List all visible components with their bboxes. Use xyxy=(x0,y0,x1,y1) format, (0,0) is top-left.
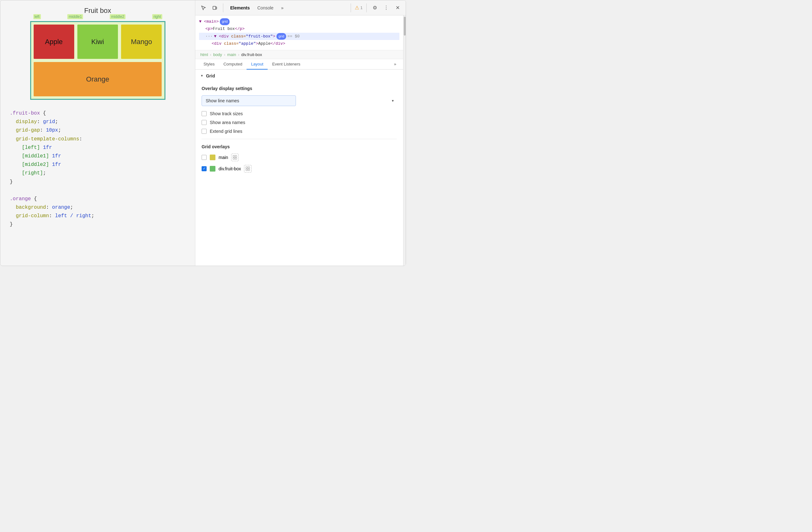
section-arrow: ▼ xyxy=(200,74,203,78)
devtools-toolbar: Elements Console » ⚠ 1 ⚙ ⋮ ✕ xyxy=(195,0,406,15)
svg-rect-8 xyxy=(246,169,247,171)
panel-inner: ▼ <main> grid <p>Fruit box</p> ··· ▼ <di… xyxy=(195,15,403,266)
code-line: grid-column: left / right; xyxy=(10,212,186,220)
svg-rect-9 xyxy=(248,169,250,171)
apple-cell: Apple xyxy=(34,25,74,59)
show-area-names-row: Show area names xyxy=(202,120,397,125)
code-line: [middle2] 1fr xyxy=(10,160,186,169)
tab-computed[interactable]: Computed xyxy=(219,59,247,70)
overlay-main-checkbox[interactable] xyxy=(202,155,207,160)
svg-rect-1 xyxy=(216,7,217,9)
grid-visualization: left middle1 middle2 right Apple Kiwi Ma… xyxy=(30,21,165,100)
orange-cell: Orange xyxy=(34,62,162,96)
label-middle2: middle2 xyxy=(110,14,126,19)
more-options-icon[interactable]: ⋮ xyxy=(382,3,391,12)
code-line: .fruit-box { xyxy=(10,109,186,118)
device-icon[interactable] xyxy=(211,3,219,12)
tab-elements[interactable]: Elements xyxy=(227,4,253,12)
show-track-sizes-label: Show track sizes xyxy=(210,111,243,116)
grid-badge-main: grid xyxy=(220,18,229,25)
show-track-sizes-row: Show track sizes xyxy=(202,111,397,116)
tab-layout[interactable]: Layout xyxy=(247,59,267,70)
mango-cell: Mango xyxy=(121,25,162,59)
grid-badge-fruit-box: grid xyxy=(276,33,286,40)
grid-section-label: Grid xyxy=(206,73,215,79)
fruit-grid: Apple Kiwi Mango Orange xyxy=(30,21,165,100)
label-middle1: middle1 xyxy=(67,14,83,19)
code-line: } xyxy=(10,178,186,186)
overlay-fruit-box-checkbox[interactable]: ✓ xyxy=(202,166,207,171)
dom-line-p[interactable]: <p>Fruit box</p> xyxy=(199,25,400,32)
extend-grid-lines-row: Extend grid lines xyxy=(202,129,397,134)
bc-fruit-box[interactable]: div.fruit-box xyxy=(240,52,263,58)
breadcrumb: html › body › main › div.fruit-box xyxy=(195,51,403,59)
scrollbar[interactable] xyxy=(403,15,406,266)
show-area-names-label: Show area names xyxy=(210,120,245,125)
tab-styles[interactable]: Styles xyxy=(199,59,219,70)
overlay-main-color[interactable] xyxy=(210,155,215,160)
code-line: } xyxy=(10,220,186,229)
code-line: background: orange; xyxy=(10,204,186,212)
layout-content: ▼ Grid Overlay display settings Show lin… xyxy=(195,70,403,266)
overlay-fruit-box-color[interactable] xyxy=(210,166,215,171)
grid-section-header[interactable]: ▼ Grid xyxy=(195,70,403,82)
settings-icon[interactable]: ⚙ xyxy=(371,3,379,12)
label-left: left xyxy=(33,14,41,19)
overlay-row-fruit-box: ✓ div.fruit-box xyxy=(202,165,397,172)
line-names-dropdown[interactable]: Show line names Show line numbers Hide l… xyxy=(202,95,296,106)
close-icon[interactable]: ✕ xyxy=(393,3,402,12)
overlay-main-label: main xyxy=(219,155,228,160)
svg-rect-5 xyxy=(235,158,237,159)
show-area-names-checkbox[interactable] xyxy=(202,120,207,125)
panel-tabs: Styles Computed Layout Event Listeners » xyxy=(195,59,403,70)
tab-event-listeners[interactable]: Event Listeners xyxy=(267,59,305,70)
svg-rect-3 xyxy=(235,155,237,157)
code-line xyxy=(10,186,186,195)
dropdown-wrapper: Show line names Show line numbers Hide l… xyxy=(202,95,397,106)
show-track-sizes-checkbox[interactable] xyxy=(202,111,207,116)
warning-icon: ⚠ xyxy=(355,5,359,11)
inspect-icon[interactable] xyxy=(199,3,208,12)
svg-rect-2 xyxy=(233,155,235,157)
overlay-fruit-box-icon-btn[interactable] xyxy=(244,165,251,172)
svg-rect-7 xyxy=(248,167,250,168)
overlay-settings-title: Overlay display settings xyxy=(202,86,397,91)
overlays-title: Grid overlays xyxy=(202,144,397,149)
overlay-row-main: main xyxy=(202,154,397,161)
scrollbar-thumb[interactable] xyxy=(404,17,406,36)
tab-more-panels[interactable]: » xyxy=(391,59,400,70)
dropdown-arrow-icon: ▾ xyxy=(392,99,394,103)
bc-html[interactable]: html xyxy=(199,52,209,58)
dom-line-main[interactable]: ▼ <main> grid xyxy=(199,18,400,25)
overlay-main-icon-btn[interactable] xyxy=(231,154,239,161)
code-line: [middle1] 1fr xyxy=(10,152,186,160)
code-line: .orange { xyxy=(10,195,186,204)
grid-section-body: Overlay display settings Show line names… xyxy=(195,82,403,183)
grid-line-labels: left middle1 middle2 right xyxy=(33,14,162,19)
label-right: right xyxy=(152,14,162,19)
toolbar-separator2 xyxy=(351,3,351,12)
code-line: grid-gap: 10px; xyxy=(10,126,186,135)
code-line: display: grid; xyxy=(10,118,186,126)
code-block: .fruit-box { display: grid; grid-gap: 10… xyxy=(10,109,186,229)
dom-line-apple[interactable]: <div class="apple">Apple</div> xyxy=(199,40,400,47)
svg-rect-4 xyxy=(233,158,235,159)
toolbar-tabs: Elements Console » xyxy=(227,4,347,12)
svg-rect-0 xyxy=(213,6,216,10)
overlay-fruit-box-label: div.fruit-box xyxy=(219,166,241,171)
code-line: grid-template-columns: xyxy=(10,135,186,143)
left-panel: Fruit box left middle1 middle2 right App… xyxy=(0,0,195,266)
right-panel: Elements Console » ⚠ 1 ⚙ ⋮ ✕ ▼ <main> gr… xyxy=(195,0,406,266)
dom-tree: ▼ <main> grid <p>Fruit box</p> ··· ▼ <di… xyxy=(195,15,403,51)
svg-rect-6 xyxy=(246,167,247,168)
tab-more[interactable]: » xyxy=(278,4,287,12)
bc-body[interactable]: body xyxy=(212,52,223,58)
toolbar-separator3 xyxy=(366,3,367,12)
bc-main[interactable]: main xyxy=(226,52,237,58)
tab-console[interactable]: Console xyxy=(254,4,276,12)
dom-line-fruit-box[interactable]: ··· ▼ <div class="fruit-box"> grid == $0 xyxy=(199,33,400,40)
panel-title: Fruit box xyxy=(84,6,111,15)
warning-indicator[interactable]: ⚠ 1 xyxy=(355,5,363,11)
code-line: [right]; xyxy=(10,169,186,178)
extend-grid-lines-checkbox[interactable] xyxy=(202,129,207,134)
